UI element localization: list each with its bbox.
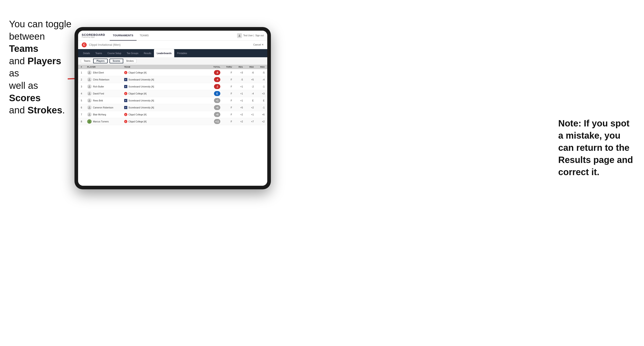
left-annotation: You can toggle between Teams and Players… bbox=[9, 18, 72, 117]
cell-rd2: +7 bbox=[244, 120, 254, 123]
player-name: David Ford bbox=[93, 92, 104, 95]
table-row: 3Rich Butler■Scoreboard University [A]-2… bbox=[78, 83, 267, 90]
tablet-screen: SCOREBOARD Powered by clippd TOURNAMENTS… bbox=[78, 31, 267, 186]
cell-team: CClippd College [A] bbox=[124, 71, 169, 74]
cell-rd2: +1 bbox=[244, 113, 254, 116]
cell-rank: 8 bbox=[81, 120, 86, 123]
cell-rd1: -5 bbox=[233, 78, 243, 81]
score-badge: -4 bbox=[214, 77, 220, 82]
score-badge: E bbox=[214, 91, 220, 96]
cell-rd2: +2 bbox=[244, 106, 254, 109]
team-logo: C bbox=[124, 92, 127, 95]
tab-tee-groups[interactable]: Tee Groups bbox=[124, 49, 141, 57]
team-logo: C bbox=[124, 113, 127, 116]
table-row: 2Chris Robertson■Scoreboard University [… bbox=[78, 76, 267, 83]
logo-sub: Powered by clippd bbox=[82, 36, 105, 38]
svg-point-9 bbox=[89, 120, 90, 122]
score-badge: +11 bbox=[214, 119, 220, 124]
cell-rank: 7 bbox=[81, 113, 86, 116]
team-logo: ■ bbox=[124, 99, 127, 102]
tab-leaderboards[interactable]: Leaderboards bbox=[154, 49, 174, 57]
player-name: Chris Robertson bbox=[93, 78, 109, 81]
cell-thru: F bbox=[221, 78, 232, 81]
toggle-players[interactable]: Players bbox=[93, 59, 108, 63]
team-name: Clippd College [A] bbox=[128, 92, 146, 95]
cell-thru: F bbox=[221, 92, 232, 95]
player-avatar bbox=[87, 84, 92, 89]
team-name: Clippd College [A] bbox=[128, 120, 146, 123]
cell-total: -8 bbox=[208, 70, 220, 75]
tournament-header: C Clippd Invitational (Men) Cancel ✕ bbox=[78, 41, 267, 49]
cell-rd1: +1 bbox=[233, 85, 243, 88]
team-logo: C bbox=[124, 120, 127, 123]
tab-printables[interactable]: Printables bbox=[174, 49, 190, 57]
cell-rd3: +2 bbox=[254, 120, 264, 123]
tab-teams[interactable]: Teams bbox=[93, 49, 105, 57]
col-rd1: RD1 bbox=[233, 66, 243, 68]
cell-team: ■Scoreboard University [A] bbox=[124, 85, 169, 88]
table-header: # PLAYER TEAM TOTAL THRU RD1 RD2 RD3 bbox=[78, 65, 267, 69]
player-name: Rich Butler bbox=[93, 85, 104, 88]
sub-tabs: Details Teams Course Setup Tee Groups Re… bbox=[78, 49, 267, 57]
cell-thru: F bbox=[221, 113, 232, 116]
team-name: Scoreboard University [A] bbox=[128, 99, 154, 102]
cell-player: Rich Butler bbox=[87, 84, 123, 89]
cell-rd1: +2 bbox=[233, 113, 243, 116]
cell-rank: 4 bbox=[81, 92, 86, 95]
toggle-bar: Teams Players Scores Strokes bbox=[78, 57, 267, 65]
cell-total: E bbox=[208, 91, 220, 96]
cell-player: David Ford bbox=[87, 91, 123, 96]
toggle-scores[interactable]: Scores bbox=[110, 59, 123, 63]
cell-total: +8 bbox=[208, 112, 220, 117]
cell-player: Blair McHarg bbox=[87, 112, 123, 117]
cell-rank: 3 bbox=[81, 85, 86, 88]
team-name: Clippd College [A] bbox=[128, 113, 146, 116]
tournament-logo: C bbox=[82, 42, 87, 47]
cell-total: -4 bbox=[208, 77, 220, 82]
cell-thru: F bbox=[221, 71, 232, 74]
player-avatar bbox=[87, 98, 92, 103]
cell-player: Cameron Robertson bbox=[87, 105, 123, 110]
cell-thru: F bbox=[221, 99, 232, 102]
cell-rd1: +1 bbox=[233, 92, 243, 95]
cell-team: CClippd College [A] bbox=[124, 92, 169, 95]
table-row: 4David FordCClippd College [A]EF+1-4+3 bbox=[78, 90, 267, 97]
user-icon bbox=[237, 33, 242, 38]
player-avatar bbox=[87, 112, 92, 117]
cell-rank: 1 bbox=[81, 71, 86, 74]
col-rd3: RD3 bbox=[254, 66, 264, 68]
team-logo: ■ bbox=[124, 85, 127, 88]
cell-player: Rees Britt bbox=[87, 98, 123, 103]
cell-rd3: -5 bbox=[254, 71, 264, 74]
col-rd2: RD2 bbox=[244, 66, 254, 68]
player-avatar bbox=[87, 70, 92, 75]
cell-thru: F bbox=[221, 106, 232, 109]
nav-teams[interactable]: TEAMS bbox=[136, 31, 152, 41]
cell-rd2: -4 bbox=[244, 92, 254, 95]
nav-tournaments[interactable]: TOURNAMENTS bbox=[110, 31, 136, 41]
player-name: Blair McHarg bbox=[93, 113, 106, 116]
svg-point-1 bbox=[239, 34, 240, 36]
cell-total: +11 bbox=[208, 119, 220, 124]
tab-results[interactable]: Results bbox=[141, 49, 154, 57]
table-row: 6Cameron Robertson■Scoreboard University… bbox=[78, 104, 267, 111]
cell-rd3: +3 bbox=[254, 92, 264, 95]
leaderboard-table: # PLAYER TEAM TOTAL THRU RD1 RD2 RD3 1El… bbox=[78, 65, 267, 186]
tablet-frame: SCOREBOARD Powered by clippd TOURNAMENTS… bbox=[74, 27, 271, 189]
cell-rd1: +3 bbox=[233, 71, 243, 74]
table-row: 7Blair McHargCClippd College [A]+8F+2+1+… bbox=[78, 111, 267, 118]
team-logo: C bbox=[124, 71, 127, 74]
cell-rd2: E bbox=[244, 99, 254, 102]
team-name: Scoreboard University [A] bbox=[128, 106, 154, 109]
cancel-button[interactable]: Cancel ✕ bbox=[253, 43, 264, 46]
table-body: 1Elliot EbertCClippd College [A]-8F+3-6-… bbox=[78, 69, 267, 125]
cell-thru: F bbox=[221, 85, 232, 88]
tab-course-setup[interactable]: Course Setup bbox=[105, 49, 124, 57]
tab-details[interactable]: Details bbox=[80, 49, 93, 57]
cell-rd3: -1 bbox=[254, 106, 264, 109]
svg-point-7 bbox=[89, 106, 90, 108]
toggle-teams[interactable]: Teams bbox=[81, 59, 93, 63]
cell-rd2: +5 bbox=[244, 78, 254, 81]
toggle-strokes[interactable]: Strokes bbox=[123, 59, 136, 63]
signout-link[interactable]: Sign out bbox=[255, 34, 264, 37]
